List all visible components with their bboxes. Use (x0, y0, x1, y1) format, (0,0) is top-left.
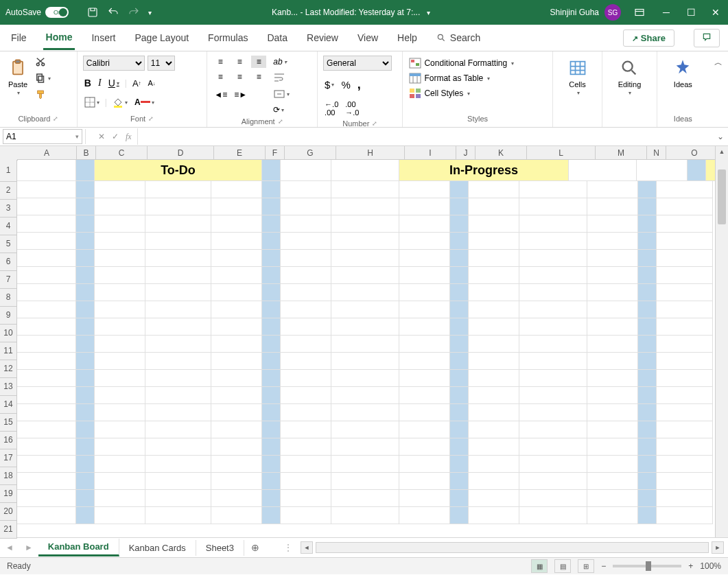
cell-M10[interactable] (587, 318, 638, 336)
cell-M19[interactable] (587, 473, 638, 490)
font-name-select[interactable]: Calibri (83, 56, 145, 71)
cell-L8[interactable] (519, 284, 587, 301)
cell-J3[interactable] (450, 198, 469, 215)
cell-O10[interactable] (657, 318, 713, 336)
row-header-9[interactable]: 9 (0, 307, 17, 325)
cell-F9[interactable] (262, 301, 281, 318)
cell-C6[interactable] (95, 250, 145, 267)
row-header-11[interactable]: 11 (0, 342, 17, 360)
cell-A9[interactable] (17, 301, 76, 318)
cell-M6[interactable] (587, 250, 638, 267)
cell-F21[interactable] (262, 507, 281, 524)
name-box[interactable]: A1 ▾ (3, 129, 82, 144)
cell-I13[interactable] (399, 370, 450, 387)
cell-H20[interactable] (331, 490, 399, 507)
cell-H12[interactable] (331, 353, 399, 370)
cell-G4[interactable] (281, 215, 331, 233)
cell-J20[interactable] (450, 490, 469, 507)
qat-dropdown[interactable]: ▾ (148, 9, 152, 16)
col-header-A[interactable]: A (17, 146, 77, 160)
cell-E12[interactable] (211, 353, 262, 370)
comma-button[interactable]: , (356, 76, 362, 93)
cell-O6[interactable] (657, 250, 713, 267)
cell-O17[interactable] (657, 438, 713, 456)
cell-C16[interactable] (95, 421, 145, 438)
cell-N18[interactable] (638, 456, 657, 473)
cell-H19[interactable] (331, 473, 399, 490)
cell-G18[interactable] (281, 456, 331, 473)
cell-L10[interactable] (519, 318, 587, 336)
cell-B18[interactable] (76, 456, 95, 473)
cell-L7[interactable] (519, 267, 587, 284)
cell-B7[interactable] (76, 267, 95, 284)
cell-N3[interactable] (638, 198, 657, 215)
formula-input[interactable] (137, 128, 713, 145)
row-header-13[interactable]: 13 (0, 378, 17, 396)
cell-J16[interactable] (450, 421, 469, 438)
cell-E20[interactable] (211, 490, 262, 507)
col-header-F[interactable]: F (266, 146, 285, 160)
cell-I20[interactable] (399, 490, 450, 507)
cell-I5[interactable] (399, 233, 450, 250)
copy-button[interactable]: ▾ (34, 72, 51, 84)
cell-N4[interactable] (638, 215, 657, 233)
cell-C10[interactable] (95, 318, 145, 336)
cell-L5[interactable] (519, 233, 587, 250)
cell-L9[interactable] (519, 301, 587, 318)
zoom-out-button[interactable]: − (601, 561, 606, 571)
cell-N7[interactable] (638, 267, 657, 284)
cell-C20[interactable] (95, 490, 145, 507)
cell-I19[interactable] (399, 473, 450, 490)
tab-home[interactable]: Home (43, 26, 75, 50)
cell-F4[interactable] (262, 215, 281, 233)
cell-E17[interactable] (211, 438, 262, 456)
cell-I6[interactable] (399, 250, 450, 267)
cell-J2[interactable] (450, 181, 469, 198)
cell-M17[interactable] (587, 438, 638, 456)
cell-O4[interactable] (657, 215, 713, 233)
alignment-launcher[interactable]: ⤢ (278, 118, 283, 125)
cell-K17[interactable] (469, 438, 519, 456)
cell-N8[interactable] (638, 284, 657, 301)
cell-D8[interactable] (145, 284, 211, 301)
format-painter-button[interactable] (34, 89, 51, 101)
cell-N1[interactable] (688, 160, 706, 181)
cell-F20[interactable] (262, 490, 281, 507)
tab-data[interactable]: Data (264, 27, 290, 49)
increase-font-button[interactable]: A↑ (131, 77, 143, 90)
cell-G10[interactable] (281, 318, 331, 336)
cell-K18[interactable] (469, 456, 519, 473)
merge-button[interactable]: ▾ (272, 87, 291, 101)
cell-K11[interactable] (469, 336, 519, 353)
cell-E5[interactable] (211, 233, 262, 250)
font-size-select[interactable]: 11 (148, 56, 175, 71)
cell-G13[interactable] (281, 370, 331, 387)
cell-J18[interactable] (450, 456, 469, 473)
accept-formula-button[interactable]: ✓ (112, 132, 119, 141)
cell-N15[interactable] (638, 404, 657, 421)
add-sheet-button[interactable]: ⊕ (244, 542, 266, 553)
cell-H15[interactable] (331, 404, 399, 421)
cell-D14[interactable] (145, 387, 211, 404)
cell-A3[interactable] (17, 198, 76, 215)
cell-A18[interactable] (17, 456, 76, 473)
cell-G21[interactable] (281, 507, 331, 524)
tab-page-layout[interactable]: Page Layout (132, 27, 191, 49)
cell-J21[interactable] (450, 507, 469, 524)
cell-B20[interactable] (76, 490, 95, 507)
expand-formula-bar[interactable]: ⌄ (713, 132, 728, 141)
cell-K4[interactable] (469, 215, 519, 233)
cell-H18[interactable] (331, 456, 399, 473)
cell-F14[interactable] (262, 387, 281, 404)
cell-A4[interactable] (17, 215, 76, 233)
cell-K2[interactable] (469, 181, 519, 198)
cell-L2[interactable] (519, 181, 587, 198)
decrease-font-button[interactable]: A↓ (147, 78, 157, 89)
number-format-select[interactable]: General (323, 56, 392, 71)
cell-F12[interactable] (262, 353, 281, 370)
sheet-tab-3[interactable]: Sheet3 (196, 540, 244, 556)
cell-M20[interactable] (587, 490, 638, 507)
cell-H1[interactable] (331, 160, 399, 181)
row-header-17[interactable]: 17 (0, 449, 17, 467)
cell-E15[interactable] (211, 404, 262, 421)
